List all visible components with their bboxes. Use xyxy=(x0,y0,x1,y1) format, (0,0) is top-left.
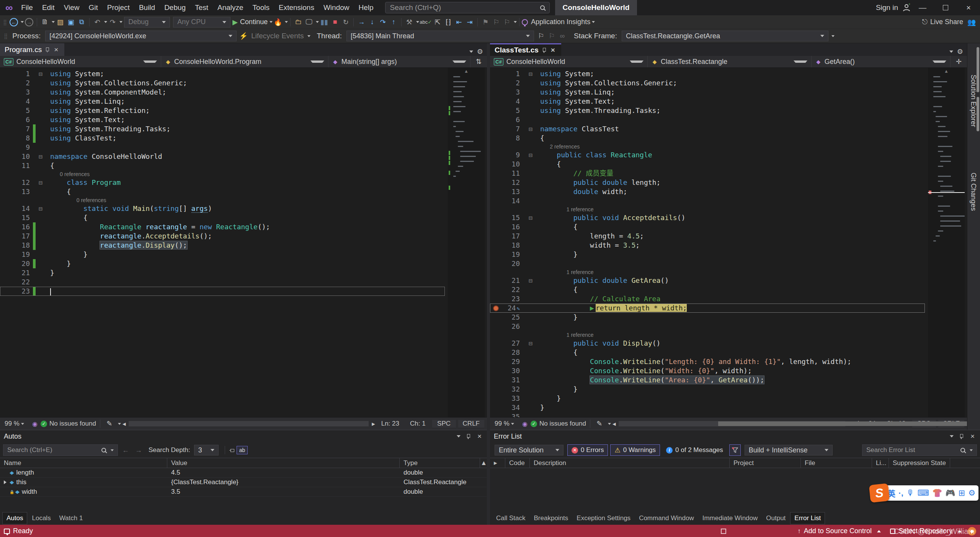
codelens-references[interactable]: 1 reference xyxy=(490,331,925,339)
code-line[interactable]: 9⊟ public class Reactangle xyxy=(490,150,925,160)
tool-tab-exception-settings[interactable]: Exception Settings xyxy=(573,513,634,524)
errors-filter-button[interactable]: ✕0 Errors xyxy=(567,444,608,456)
code-line[interactable]: 6using System.Text; xyxy=(0,115,445,124)
rail-tab-solution-explorer[interactable]: Solution Explorer xyxy=(969,75,977,127)
codelens-references[interactable]: 0 references xyxy=(0,196,445,204)
redo-icon[interactable]: ↷ xyxy=(108,17,118,28)
menu-extensions[interactable]: Extensions xyxy=(274,2,319,14)
show-next-statement-icon[interactable]: → xyxy=(356,17,366,28)
scroll-left-icon[interactable]: ◂ xyxy=(612,420,616,428)
tool-tab-command-window[interactable]: Command Window xyxy=(635,513,698,524)
code-line[interactable]: 23 // Calculate Area xyxy=(490,294,925,304)
indent-decrease-icon[interactable]: ⇤ xyxy=(454,17,464,28)
tool-tab-autos[interactable]: Autos xyxy=(2,512,27,524)
warnings-filter-button[interactable]: ⚠0 Warnings xyxy=(610,444,660,456)
ime-game-icon[interactable]: 🎮 xyxy=(945,488,955,498)
code-line[interactable]: 17 reactangle.Acceptdetails(); xyxy=(0,232,445,241)
scope-dropdown[interactable]: Entire Solution xyxy=(495,445,564,455)
ime-keyboard-icon[interactable]: ⌨ xyxy=(918,488,929,498)
code-line[interactable]: 34} xyxy=(490,403,925,412)
show-raw-values-toggle[interactable]: ab xyxy=(237,446,248,454)
split-editor-handle[interactable]: ⇅ xyxy=(470,57,487,66)
restart-icon[interactable]: ↻ xyxy=(341,17,351,28)
code-line[interactable]: 20 } xyxy=(0,259,445,268)
code-line[interactable]: 33 } xyxy=(490,394,925,403)
scroll-right-icon[interactable]: ▸ xyxy=(372,420,375,428)
tool-tab-locals[interactable]: Locals xyxy=(28,513,54,524)
codelens-label[interactable]: 0 references xyxy=(39,171,90,177)
spell-check-icon[interactable]: abc✓ xyxy=(420,17,432,28)
rail-tab-git-changes[interactable]: Git Changes xyxy=(969,173,977,211)
codelens-label[interactable]: 1 reference xyxy=(529,206,594,212)
bookmark-next-icon[interactable]: ⚐ xyxy=(502,17,512,28)
code-line[interactable]: 1⊟using System; xyxy=(490,69,925,78)
code-line[interactable]: 8using ClassTest; xyxy=(0,134,445,143)
lifecycle-events-dropdown[interactable]: Lifecycle Events xyxy=(251,32,304,40)
brackets-icon[interactable]: ⁅⁆ xyxy=(443,17,453,28)
menu-help[interactable]: Help xyxy=(354,2,378,14)
code-line[interactable]: 4using System.Text; xyxy=(490,97,925,106)
document-health-icon[interactable]: ◉ xyxy=(522,420,528,428)
fold-marker-icon[interactable]: ⊟ xyxy=(36,71,46,77)
sogou-logo-icon[interactable]: S xyxy=(869,483,890,503)
navigate-back-icon[interactable]: ← xyxy=(9,17,19,28)
menu-git[interactable]: Git xyxy=(84,2,102,14)
menu-file[interactable]: File xyxy=(16,2,38,14)
fold-marker-icon[interactable]: ⊟ xyxy=(526,341,536,346)
code-line[interactable]: 13 double width; xyxy=(490,187,925,196)
expand-arrow-icon[interactable] xyxy=(4,480,7,484)
code-line[interactable]: 23 xyxy=(0,287,445,296)
code-line[interactable]: 7using System.Threading.Tasks; xyxy=(0,124,445,134)
tool-tab-call-stack[interactable]: Call Stack xyxy=(492,513,529,524)
tool-tab-error-list[interactable]: Error List xyxy=(790,512,825,524)
rail-scroll-thumb[interactable] xyxy=(977,97,979,131)
close-button[interactable]: × xyxy=(957,0,980,15)
flag-icon[interactable]: ⚐ xyxy=(536,31,546,41)
tab-classtest-cs[interactable]: ClassTest.cs× xyxy=(490,43,561,56)
column-header-project[interactable]: Project xyxy=(730,458,801,468)
break-all-icon[interactable]: ▮▮ xyxy=(319,17,329,28)
scroll-up-icon[interactable]: ▲ xyxy=(448,69,485,74)
code-line[interactable]: 26 xyxy=(490,322,925,331)
fold-marker-icon[interactable]: ⊟ xyxy=(526,278,536,284)
close-icon[interactable]: × xyxy=(476,432,483,441)
code-line[interactable]: 25 } xyxy=(490,313,925,322)
code-line[interactable]: 31 Console.WriteLine("Area: {0}", GetAre… xyxy=(490,375,925,385)
menu-project[interactable]: Project xyxy=(103,2,134,14)
code-line[interactable]: 2using System.Collections.Generic; xyxy=(0,78,445,88)
breadcrumb-item[interactable]: ◆Main(string[] args) xyxy=(328,56,470,67)
code-line[interactable]: 24✎ ▶return length * width; xyxy=(490,304,925,313)
code-line[interactable]: 1⊟using System; xyxy=(0,69,445,78)
add-to-source-control-button[interactable]: ↑Add to Source Control xyxy=(794,527,884,535)
scroll-up-icon[interactable]: ▲ xyxy=(928,69,965,74)
code-line[interactable]: 8{ xyxy=(490,134,925,143)
editor-splitter[interactable] xyxy=(487,43,490,430)
code-line[interactable]: 7⊟namespace ClassTest xyxy=(490,124,925,134)
fold-marker-icon[interactable]: ⊟ xyxy=(36,180,46,186)
close-icon[interactable]: × xyxy=(52,46,60,54)
column-header-type[interactable]: Type xyxy=(400,458,480,468)
navigate-forward-icon[interactable]: → xyxy=(24,17,34,28)
code-line[interactable]: 19 } xyxy=(490,250,925,259)
code-line[interactable]: 14⊟ static void Main(string[] args) xyxy=(0,204,445,213)
find-in-files-icon[interactable]: 🗀 xyxy=(293,17,303,28)
step-into-icon[interactable]: ↓ xyxy=(367,17,377,28)
horizontal-scrollbar[interactable] xyxy=(619,421,845,426)
live-share-label[interactable]: Live Share xyxy=(930,18,963,26)
document-health-icon[interactable]: ◉ xyxy=(32,420,38,428)
code-line[interactable]: 6 xyxy=(490,115,925,124)
minimap[interactable]: ▲ xyxy=(928,68,965,417)
save-icon[interactable]: ▣ xyxy=(66,17,76,28)
undo-icon[interactable]: ↶ xyxy=(92,17,102,28)
spaces-toggle[interactable]: SPC xyxy=(432,420,456,428)
code-line[interactable]: 14 xyxy=(490,196,925,206)
code-line[interactable]: 11{ xyxy=(0,161,445,170)
messages-filter-button[interactable]: i0 of 2 Messages xyxy=(662,444,727,456)
bookmark-prev-icon[interactable]: ⚐ xyxy=(491,17,501,28)
autos-search-input[interactable]: Search (Ctrl+E) xyxy=(3,444,118,456)
code-line[interactable]: 19 } xyxy=(0,250,445,259)
column-header-description[interactable]: Description xyxy=(530,458,730,468)
sign-in-button[interactable]: Sign in xyxy=(876,3,898,12)
code-line[interactable]: 12⊟ class Program xyxy=(0,178,445,187)
pin-column-icon[interactable] xyxy=(230,448,234,452)
